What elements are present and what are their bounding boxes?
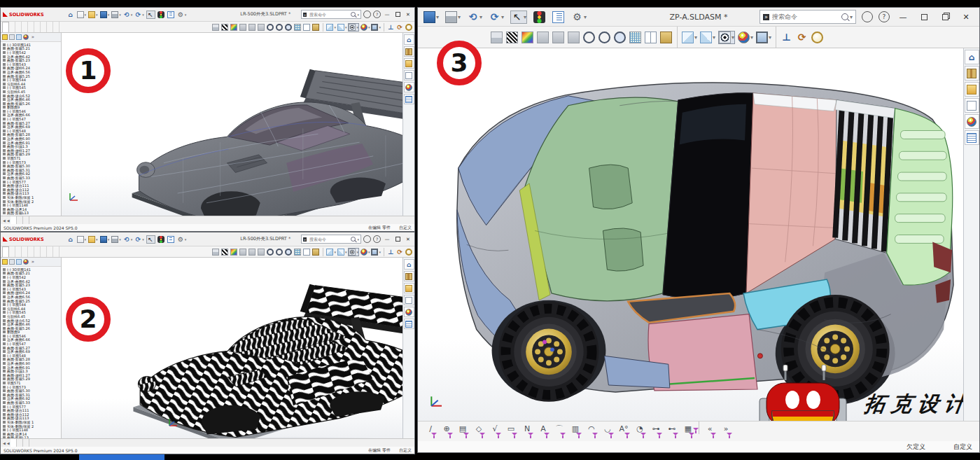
rebuild-traffic-light-icon[interactable] — [533, 11, 546, 24]
status-custom[interactable]: 自定义 — [399, 447, 412, 454]
save-icon[interactable]: ▾ — [100, 235, 110, 244]
save-icon[interactable]: ▾ — [424, 11, 439, 24]
ribbon-tab[interactable] — [34, 246, 41, 257]
zebra-stripes-icon[interactable] — [221, 24, 229, 31]
search-caret-icon[interactable]: ▾ — [357, 237, 359, 242]
zebra-stripes-icon[interactable] — [506, 32, 519, 43]
ribbon-tab[interactable] — [2, 22, 9, 32]
image-quality-icon[interactable] — [212, 249, 220, 256]
filter-arc-icon[interactable]: ⌒ — [552, 424, 566, 439]
cascade-windows-button[interactable] — [937, 14, 953, 20]
separator[interactable] — [323, 248, 323, 256]
ribbon-tab[interactable] — [47, 22, 53, 32]
restore-button[interactable] — [393, 12, 402, 17]
zoom-area-icon[interactable] — [276, 249, 284, 256]
propertymanager-tab-icon[interactable] — [9, 259, 15, 265]
dimxpert-tab-icon[interactable] — [23, 34, 29, 40]
ribbon-tab[interactable] — [47, 246, 53, 257]
status-custom[interactable]: 自定义 — [399, 225, 412, 231]
magnifier-icon[interactable] — [405, 249, 413, 256]
search-icon[interactable] — [351, 237, 356, 242]
design-library-icon[interactable] — [404, 46, 414, 57]
zoom-to-selection-icon[interactable] — [285, 249, 293, 256]
draft-analysis-icon[interactable] — [230, 249, 238, 256]
filter-crosshair-icon[interactable]: ⊕ — [440, 424, 454, 439]
propertymanager-tab-icon[interactable] — [9, 34, 15, 40]
user-account-icon[interactable] — [862, 11, 873, 22]
separator[interactable] — [384, 23, 384, 32]
appearance-book-icon[interactable] — [312, 249, 320, 256]
design-library-icon[interactable] — [404, 271, 414, 281]
filter-text-icon[interactable]: A° — [617, 424, 631, 439]
zoom-fit-icon[interactable] — [267, 24, 274, 31]
ribbon-tab[interactable] — [22, 22, 28, 32]
document-tab[interactable] — [10, 216, 17, 224]
ribbon-tab[interactable] — [41, 246, 47, 257]
save-icon[interactable]: ▾ — [100, 11, 110, 19]
new-document-icon[interactable]: ▾ — [77, 11, 87, 19]
ribbon-tab[interactable] — [53, 246, 59, 257]
settings-gear-icon[interactable]: ⚙▾ — [177, 11, 187, 19]
search-icon[interactable] — [351, 12, 356, 17]
scene-monitor-icon[interactable]: ▾ — [371, 24, 381, 31]
view-palette-icon[interactable] — [404, 70, 414, 81]
appearances-scenes-icon[interactable] — [404, 307, 414, 317]
file-explorer-icon[interactable] — [404, 58, 414, 69]
custom-properties-icon[interactable] — [965, 130, 979, 145]
view-orientation-cube-icon[interactable]: ▾ — [682, 32, 697, 43]
settings-gear-icon[interactable]: ⚙▾ — [571, 11, 587, 24]
section-view-icon[interactable] — [239, 24, 247, 31]
filter-connector-a-icon[interactable]: ⊶ — [649, 424, 663, 439]
status-custom[interactable]: 自定义 — [953, 442, 972, 452]
draft-analysis-icon[interactable] — [230, 24, 238, 31]
ribbon-tab[interactable] — [41, 22, 47, 32]
filter-faces-icon[interactable]: ▤ — [456, 424, 470, 439]
design-library-icon[interactable] — [965, 66, 979, 81]
home-icon[interactable]: ⌂ — [67, 235, 75, 244]
file-explorer-icon[interactable] — [404, 283, 414, 293]
home-icon[interactable]: ⌂ — [67, 11, 75, 19]
featuremanager-tab-icon[interactable] — [2, 259, 8, 265]
display-style-icon[interactable]: ▾ — [337, 249, 347, 256]
print-icon[interactable]: ▾ — [111, 11, 121, 19]
document-tab[interactable] — [17, 439, 23, 447]
hide-show-items-eye-icon[interactable]: ▾ — [718, 31, 735, 44]
appearances-scenes-icon[interactable] — [404, 82, 414, 92]
undo-icon[interactable]: ⟲▾ — [123, 11, 133, 19]
draft-analysis-icon[interactable] — [522, 32, 534, 43]
section-view-icon[interactable] — [537, 32, 550, 43]
ribbon-tab[interactable] — [9, 246, 15, 257]
panes-icon[interactable] — [303, 24, 311, 31]
view-palette-icon[interactable] — [404, 295, 414, 305]
command-search[interactable]: » ▾ — [301, 235, 361, 244]
help-icon[interactable]: ? — [878, 11, 890, 22]
filter-connector-b-icon[interactable]: ⊷ — [665, 424, 679, 439]
appearance-book-icon[interactable] — [312, 24, 320, 31]
filter-extra-a-icon[interactable]: « — [703, 424, 717, 439]
help-icon[interactable]: ? — [373, 235, 381, 243]
command-search[interactable]: » ▾ — [301, 10, 361, 19]
rotate-view-icon[interactable]: ⟳ — [396, 249, 404, 256]
appearances-sphere-icon[interactable]: ▾ — [360, 24, 370, 31]
image-quality-icon[interactable] — [212, 24, 220, 31]
ribbon-tab[interactable] — [9, 22, 15, 32]
feature-tree-item[interactable]: 曲面-剪裁L13 — [3, 436, 61, 438]
appearances-scenes-icon[interactable] — [965, 114, 979, 129]
view-palette-icon[interactable] — [965, 98, 979, 113]
file-explorer-icon[interactable] — [965, 82, 979, 97]
minimize-button[interactable]: — — [895, 13, 911, 22]
options-list-icon[interactable] — [167, 11, 175, 19]
graphics-viewport[interactable] — [62, 258, 402, 438]
separator[interactable] — [699, 421, 699, 434]
select-cursor-icon[interactable]: ↖ — [146, 235, 155, 244]
resources-home-icon[interactable]: ⌂ — [404, 34, 414, 45]
configurations-tab-icon[interactable] — [16, 259, 22, 265]
document-tab[interactable] — [23, 216, 29, 224]
ribbon-tab[interactable] — [34, 22, 41, 32]
scene-monitor-icon[interactable]: ▾ — [371, 249, 381, 256]
reference-axis-icon[interactable]: ⊥ — [780, 32, 793, 43]
ribbon-tab[interactable] — [2, 246, 9, 257]
rotate-view-icon[interactable]: ⟳ — [396, 24, 404, 31]
resources-home-icon[interactable]: ⌂ — [404, 259, 414, 270]
redo-icon[interactable]: ⟳▾ — [134, 235, 144, 244]
